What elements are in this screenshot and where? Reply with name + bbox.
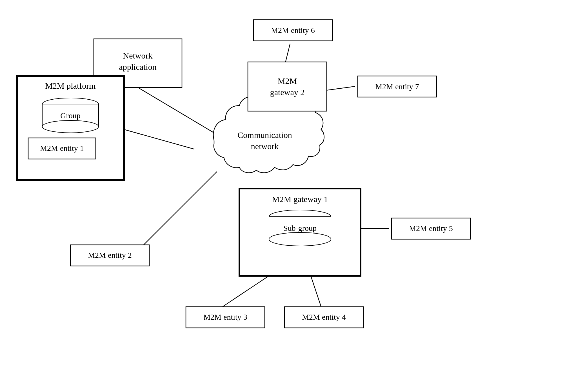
m2m-entity6-text: M2M entity 6: [271, 26, 315, 35]
group-text: Group: [60, 111, 81, 120]
diagram: Communication network Network applicatio…: [0, 0, 567, 392]
m2m-gateway2-text2: gateway 2: [270, 88, 304, 97]
m2m-entity7-text: M2M entity 7: [375, 82, 419, 91]
network-application-text: Network: [123, 51, 153, 60]
m2m-platform-text: M2M platform: [45, 81, 95, 90]
m2m-gateway1-text: M2M gateway 1: [272, 194, 328, 204]
m2m-entity2-text: M2M entity 2: [88, 251, 132, 259]
svg-line-9: [310, 273, 321, 307]
subgroup-cylinder-bottom: [269, 232, 331, 246]
m2m-entity5-text: M2M entity 5: [409, 224, 453, 233]
svg-line-1: [124, 129, 194, 149]
network-application-text2: application: [119, 62, 156, 71]
comm-network-label: Communication: [237, 130, 292, 140]
m2m-entity3-text: M2M entity 3: [203, 313, 247, 321]
group-cylinder-bottom: [42, 120, 99, 133]
svg-line-8: [223, 273, 273, 307]
m2m-gateway2-box: [248, 62, 327, 111]
svg-line-0: [138, 88, 223, 138]
svg-line-4: [324, 86, 355, 91]
m2m-entity1-text: M2M entity 1: [40, 144, 84, 153]
m2m-gateway2-text: M2M: [278, 76, 297, 86]
diagram-svg: Communication network Network applicatio…: [0, 0, 567, 392]
m2m-entity4-text: M2M entity 4: [302, 313, 346, 321]
subgroup-text: Sub-group: [283, 224, 317, 232]
svg-line-5: [144, 172, 217, 245]
comm-network-label2: network: [251, 142, 279, 151]
